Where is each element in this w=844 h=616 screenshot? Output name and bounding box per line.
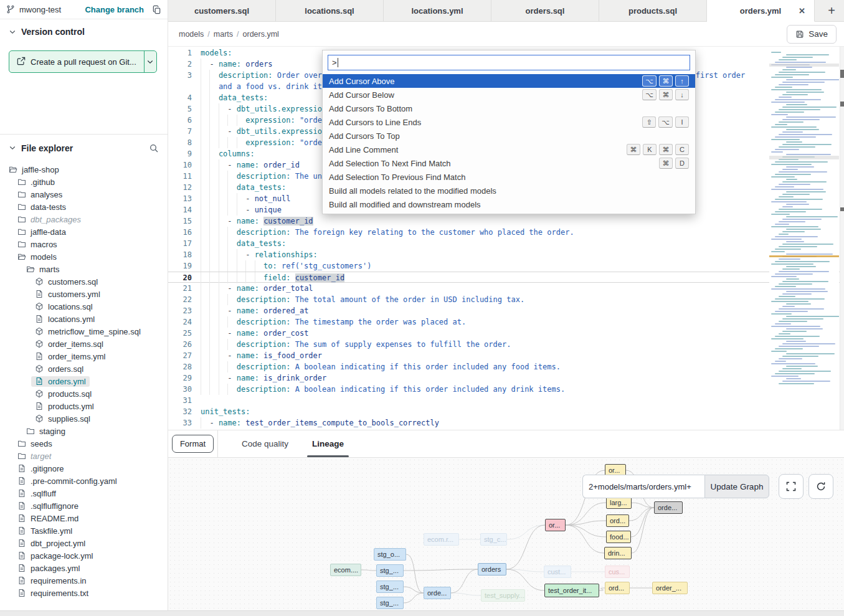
tab-locations-yml[interactable]: locations.yml: [384, 0, 491, 21]
code-line-26[interactable]: 26 description: The sum of supply expens…: [168, 339, 844, 350]
lineage-node-stg_c[interactable]: stg_c...: [480, 533, 507, 546]
palette-item-build-all-modified-and-downstream-models[interactable]: Build all modified and downstream models: [323, 197, 695, 211]
tree-item-order-items-yml[interactable]: order_items.yml: [0, 350, 168, 362]
lineage-node-orde_g[interactable]: orde...: [654, 501, 683, 514]
copy-icon[interactable]: [152, 5, 161, 14]
horizontal-scroll-strip[interactable]: [0, 610, 844, 616]
lineage-node-drin[interactable]: drin...: [604, 547, 632, 559]
lineage-node-cust[interactable]: cust...: [544, 566, 571, 578]
tree-item-locations-yml[interactable]: locations.yml: [0, 313, 168, 325]
code-line-33[interactable]: 33 - name: test_order_items_compute_to_b…: [168, 417, 844, 429]
tree-item-locations-sql[interactable]: locations.sql: [0, 300, 168, 313]
tree-item--github[interactable]: .github: [0, 176, 168, 188]
tree-item-customers-sql[interactable]: customers.sql: [0, 275, 168, 288]
tree-item-dbt-packages[interactable]: dbt_packages: [0, 213, 168, 225]
lineage-node-stg_o[interactable]: stg_o...: [374, 548, 406, 561]
tree-item-taskfile-yml[interactable]: Taskfile.yml: [0, 524, 168, 537]
lineage-node-stg1[interactable]: stg_...: [376, 564, 404, 577]
tree-item-orders-sql[interactable]: orders.sql: [0, 362, 168, 375]
refresh-button[interactable]: [808, 474, 833, 499]
lineage-node-ecom_r[interactable]: ecom.r...: [424, 533, 459, 546]
file-explorer-header[interactable]: File explorer: [0, 141, 168, 159]
code-line-31[interactable]: 31: [168, 395, 844, 406]
graph-selector-input[interactable]: [582, 475, 704, 498]
lineage-node-stg2[interactable]: stg_...: [376, 580, 404, 593]
code-line-30[interactable]: 30 description: A boolean indicating if …: [168, 384, 844, 395]
palette-item-add-cursors-to-bottom[interactable]: Add Cursors To Bottom: [323, 102, 695, 115]
lineage-node-ord2[interactable]: ord...: [605, 582, 630, 594]
tree-item-package-lock-yml[interactable]: package-lock.yml: [0, 549, 168, 562]
tree-item-data-tests[interactable]: data-tests: [0, 201, 168, 213]
tree-item-macros[interactable]: macros: [0, 238, 168, 250]
tree-item-products-yml[interactable]: products.yml: [0, 400, 168, 412]
tab-orders-yml[interactable]: orders.yml✕: [707, 0, 815, 22]
tree-item-readme-md[interactable]: README.md: [0, 512, 168, 524]
palette-item-add-cursors-to-top[interactable]: Add Cursors To Top: [323, 129, 695, 143]
breadcrumb-part[interactable]: models: [179, 30, 204, 39]
tree-item--sqlfluffignore[interactable]: .sqlfluffignore: [0, 500, 168, 512]
palette-item-add-selection-to-previous-find-match[interactable]: Add Selection To Previous Find Match: [323, 170, 695, 184]
change-branch-link[interactable]: Change branch: [85, 5, 144, 14]
code-line-19[interactable]: 19 to: ref('stg_customers'): [168, 260, 844, 272]
version-control-header[interactable]: Version control: [9, 27, 159, 37]
tab-locations-sql[interactable]: locations.sql: [276, 0, 384, 21]
code-line-20[interactable]: 20 field: customer_id: [168, 272, 844, 283]
palette-item-add-line-comment[interactable]: Add Line Comment⌘K⌘C: [323, 143, 695, 156]
tree-item-jaffle-data[interactable]: jaffle-data: [0, 225, 168, 238]
tree-item-orders-yml[interactable]: orders.yml: [0, 375, 168, 387]
tree-item-analyses[interactable]: analyses: [0, 188, 168, 201]
create-pr-caret-button[interactable]: [144, 51, 156, 72]
tree-item-products-sql[interactable]: products.sql: [0, 387, 168, 400]
tab-orders-sql[interactable]: orders.sql: [491, 0, 599, 21]
code-line-18[interactable]: 18 - relationships:: [168, 249, 844, 260]
code-line-15[interactable]: 15 - name: customer_id: [168, 216, 844, 227]
format-button[interactable]: Format: [172, 435, 214, 453]
tree-item-supplies-sql[interactable]: supplies.sql: [0, 412, 168, 425]
lineage-node-test_oi[interactable]: test_order_it...: [544, 584, 599, 597]
lineage-node-or_pink[interactable]: or...: [545, 519, 566, 531]
tree-item-target[interactable]: target: [0, 450, 168, 462]
code-line-28[interactable]: 28 description: A boolean indicating if …: [168, 361, 844, 372]
code-editor[interactable]: 1models:2 - name: orders3 description: O…: [168, 47, 844, 430]
lineage-node-orders[interactable]: orders: [478, 563, 506, 576]
code-line-27[interactable]: 27 - name: is_food_order: [168, 350, 844, 361]
code-line-16[interactable]: 16 description: The foreign key relating…: [168, 227, 844, 238]
code-line-25[interactable]: 25 - name: order_cost: [168, 328, 844, 339]
code-line-21[interactable]: 21 - name: order_total: [168, 283, 844, 294]
search-icon[interactable]: [149, 143, 159, 153]
tree-item-marts[interactable]: marts: [0, 263, 168, 275]
lineage-node-cus_p[interactable]: cus...: [605, 566, 630, 578]
lineage-node-stg3[interactable]: stg_...: [376, 597, 404, 609]
tree-item--gitignore[interactable]: .gitignore: [0, 462, 168, 475]
lineage-node-ecom[interactable]: ecom....: [330, 564, 361, 576]
code-line-32[interactable]: 32unit_tests:: [168, 406, 844, 417]
minimap[interactable]: [769, 52, 839, 425]
command-palette-input[interactable]: >: [328, 55, 690, 70]
tree-item--pre-commit-config-yaml[interactable]: .pre-commit-config.yaml: [0, 475, 168, 487]
breadcrumb-part[interactable]: orders.yml: [243, 30, 279, 39]
code-line-29[interactable]: 29 - name: is_drink_order: [168, 372, 844, 384]
tree-item-models[interactable]: models: [0, 250, 168, 263]
create-pr-button[interactable]: Create a pull request on Git...: [9, 51, 144, 72]
code-line-24[interactable]: 24 description: The timestamp the order …: [168, 316, 844, 328]
lineage-node-food[interactable]: food...: [606, 531, 631, 543]
editor-scrollbar[interactable]: [840, 47, 844, 430]
lineage-node-order_y[interactable]: order_...: [652, 582, 688, 594]
tab-customers-sql[interactable]: customers.sql: [168, 0, 276, 21]
tree-item-staging[interactable]: staging: [0, 425, 168, 437]
new-tab-button[interactable]: +: [828, 4, 835, 17]
panel-tab-lineage[interactable]: Lineage: [312, 430, 344, 457]
tree-item-packages-yml[interactable]: packages.yml: [0, 562, 168, 574]
tree-item-customers-yml[interactable]: customers.yml: [0, 288, 168, 300]
update-graph-button[interactable]: Update Graph: [704, 475, 769, 498]
close-tab-icon[interactable]: ✕: [797, 6, 807, 16]
lineage-node-test_supply[interactable]: test_supply...: [481, 589, 525, 602]
tab-products-sql[interactable]: products.sql: [599, 0, 707, 21]
code-line-22[interactable]: 22 description: The total amount of the …: [168, 294, 844, 305]
palette-item-add-cursors-to-line-ends[interactable]: Add Cursors to Line Ends⇧⌥I: [323, 115, 695, 129]
tree-item-requirements-in[interactable]: requirements.in: [0, 574, 168, 587]
tree-item-order-items-sql[interactable]: order_items.sql: [0, 338, 168, 350]
fullscreen-button[interactable]: [779, 474, 804, 499]
save-button[interactable]: Save: [787, 25, 837, 44]
breadcrumb-part[interactable]: marts: [214, 30, 233, 39]
